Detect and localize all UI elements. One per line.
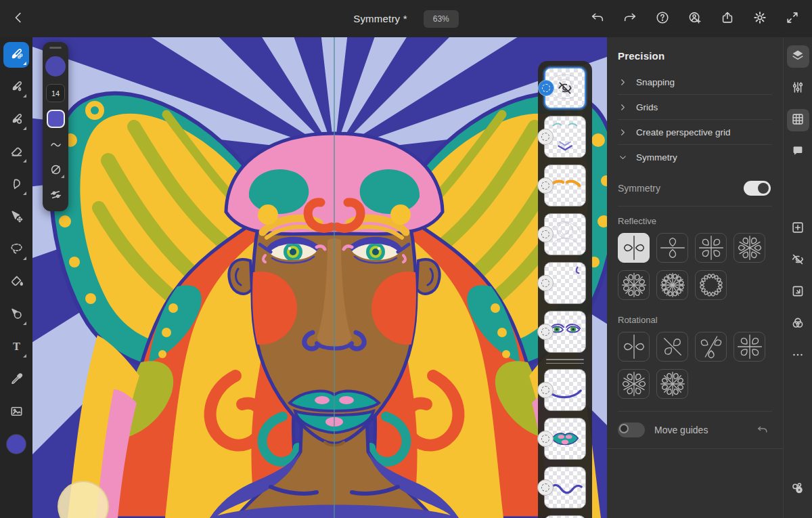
- tool-pixel-brush[interactable]: [3, 42, 29, 68]
- reflective-option-reflective-12-axis[interactable]: [656, 270, 688, 300]
- color-swatch[interactable]: [47, 110, 65, 128]
- brush-preview-dot[interactable]: [45, 56, 66, 77]
- layer-properties-button[interactable]: [787, 77, 809, 100]
- rotational-option-rotational-8[interactable]: [656, 369, 688, 399]
- undo-icon: [590, 10, 605, 28]
- canvas-area[interactable]: 14: [32, 37, 607, 518]
- redo-button[interactable]: [618, 7, 641, 30]
- reset-guides-icon[interactable]: [754, 422, 771, 438]
- stabilizer-icon[interactable]: [46, 160, 65, 178]
- settings-button[interactable]: [748, 7, 771, 30]
- tool-fill[interactable]: [3, 269, 29, 295]
- taper-icon[interactable]: [46, 135, 65, 153]
- layer-6-thumbnail[interactable]: [544, 311, 586, 353]
- comment-icon: [790, 144, 805, 161]
- rotational-option-rotational-3[interactable]: [695, 332, 727, 362]
- comment-button[interactable]: [787, 141, 809, 163]
- back-button[interactable]: [5, 5, 32, 33]
- help-button[interactable]: [651, 7, 674, 30]
- reflective-option-reflective-8-axis[interactable]: [618, 270, 650, 300]
- section-create-perspective-grid[interactable]: Create perspective grid: [607, 120, 783, 144]
- top-bar: Symmetry * 63%: [0, 0, 812, 37]
- eyedropper-icon: [9, 371, 24, 389]
- section-label: Grids: [636, 102, 658, 112]
- symmetry-toggle[interactable]: [744, 181, 771, 196]
- symmetry-badge[interactable]: [538, 80, 554, 96]
- rotational-option-rotational-6[interactable]: [618, 369, 650, 399]
- panel-drag-handle[interactable]: [49, 47, 62, 49]
- tool-eyedropper[interactable]: [3, 367, 29, 393]
- topbar-actions: [586, 7, 812, 30]
- symmetry-badge[interactable]: [537, 479, 554, 496]
- symmetry-toggle-row: Symmetry: [607, 169, 783, 206]
- rotational-option-rotational-4[interactable]: [734, 332, 765, 362]
- invite-button[interactable]: [683, 7, 706, 30]
- layer-7-thumbnail[interactable]: [544, 369, 586, 411]
- fill-icon: [9, 274, 24, 292]
- symmetry-badge[interactable]: [537, 226, 554, 242]
- reflective-options: [607, 233, 783, 300]
- canvas-artwork[interactable]: [32, 37, 607, 518]
- layer-3-thumbnail[interactable]: [544, 165, 586, 207]
- layer-9-thumbnail[interactable]: [544, 467, 586, 509]
- document-title[interactable]: Symmetry *: [353, 13, 407, 24]
- move-guides-toggle[interactable]: [618, 423, 645, 437]
- rotational-option-rotational-2-diagonal[interactable]: [656, 332, 688, 362]
- layer-group-divider[interactable]: [544, 359, 586, 364]
- zoom-level-badge[interactable]: 63%: [424, 10, 459, 28]
- dashed-circle-icon: [541, 133, 549, 141]
- undo-button[interactable]: [586, 7, 609, 30]
- layer-properties-icon: [790, 80, 805, 98]
- mask-clip-icon: [790, 284, 805, 301]
- tool-smudge[interactable]: [3, 172, 29, 198]
- section-snapping[interactable]: Snapping: [607, 70, 783, 94]
- layer-1-thumbnail[interactable]: [544, 67, 586, 109]
- timelapse-button[interactable]: [787, 478, 809, 500]
- hide-layer-button[interactable]: [787, 249, 809, 272]
- layer-5-thumbnail[interactable]: [544, 262, 586, 304]
- symmetry-badge[interactable]: [537, 129, 554, 145]
- lasso-select-icon: [9, 241, 24, 259]
- tool-place-image[interactable]: [3, 400, 29, 425]
- layer-10-thumbnail[interactable]: [544, 515, 586, 518]
- symmetry-badge[interactable]: [537, 431, 554, 447]
- layer-4-thumbnail[interactable]: [544, 213, 586, 255]
- reflective-option-reflective-vertical[interactable]: [618, 233, 650, 263]
- layers-strip: [538, 61, 592, 518]
- rotational-option-rotational-2[interactable]: [618, 332, 650, 362]
- shapes-icon: [9, 306, 24, 324]
- section-grids[interactable]: Grids: [607, 95, 783, 119]
- symmetry-badge[interactable]: [537, 275, 554, 291]
- layer-2-thumbnail[interactable]: [544, 116, 586, 158]
- layers-button[interactable]: [787, 45, 809, 68]
- tool-move-transform[interactable]: [3, 204, 29, 230]
- current-color-swatch[interactable]: [7, 435, 26, 454]
- share-button[interactable]: [716, 7, 739, 30]
- reflective-option-reflective-6-axis[interactable]: [734, 233, 765, 263]
- reflective-option-reflective-16-axis[interactable]: [695, 270, 727, 300]
- reflective-option-reflective-horizontal[interactable]: [656, 233, 688, 263]
- blend-mode-button[interactable]: [787, 313, 809, 335]
- fullscreen-button[interactable]: [781, 7, 804, 30]
- symmetry-badge[interactable]: [537, 177, 554, 194]
- eraser-icon: [9, 144, 24, 162]
- symmetry-badge[interactable]: [537, 382, 554, 398]
- section-symmetry[interactable]: Symmetry: [607, 145, 783, 169]
- tool-mixer-brush[interactable]: [3, 107, 29, 133]
- tool-live-brush[interactable]: [3, 74, 29, 100]
- brush-options-panel[interactable]: 14: [43, 42, 68, 211]
- mask-clip-button[interactable]: [787, 281, 809, 303]
- reflective-option-reflective-4-axis[interactable]: [695, 233, 727, 263]
- tool-eraser[interactable]: [3, 139, 29, 165]
- move-guides-label: Move guides: [654, 425, 708, 435]
- precision-button[interactable]: [787, 109, 809, 131]
- layer-8-thumbnail[interactable]: [544, 418, 586, 460]
- tool-lasso-select[interactable]: [3, 237, 29, 263]
- tool-shapes[interactable]: [3, 302, 29, 328]
- brush-settings-icon[interactable]: [46, 186, 65, 203]
- brush-size-field[interactable]: 14: [46, 84, 65, 102]
- symmetry-badge[interactable]: [537, 324, 554, 340]
- add-layer-button[interactable]: [787, 217, 809, 240]
- tool-text[interactable]: T: [3, 334, 29, 360]
- more-options-button[interactable]: [787, 345, 809, 367]
